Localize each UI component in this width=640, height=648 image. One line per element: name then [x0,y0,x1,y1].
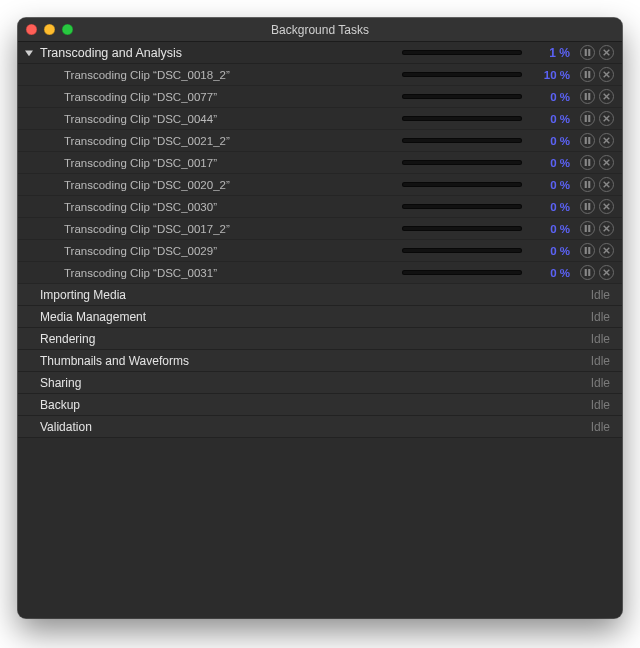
task-progress-percent: 0 % [532,223,570,235]
task-list: Transcoding and Analysis 1 % Transcoding… [18,42,622,618]
svg-rect-42 [588,269,590,276]
pause-button[interactable] [580,89,595,104]
category-status: Idle [591,288,614,302]
task-progress-percent: 0 % [532,179,570,191]
svg-rect-26 [588,181,590,188]
task-progress-percent: 0 % [532,267,570,279]
svg-rect-37 [585,247,587,254]
pause-button[interactable] [580,221,595,236]
svg-rect-41 [585,269,587,276]
close-icon[interactable] [26,24,37,35]
cancel-button[interactable] [599,67,614,82]
task-row: Transcoding Clip “DSC_0029”0 % [18,240,622,262]
titlebar: Background Tasks [18,18,622,42]
category-row[interactable]: Thumbnails and WaveformsIdle [18,350,622,372]
pause-button[interactable] [580,67,595,82]
task-label: Transcoding Clip “DSC_0021_2” [64,135,230,147]
task-progress-percent: 0 % [532,245,570,257]
svg-rect-22 [588,159,590,166]
pause-button[interactable] [580,45,595,60]
task-label: Transcoding Clip “DSC_0030” [64,201,217,213]
cancel-button[interactable] [599,199,614,214]
svg-rect-13 [585,115,587,122]
background-tasks-window: Background Tasks Transcoding and Analysi… [18,18,622,618]
cancel-button[interactable] [599,89,614,104]
task-progress-bar [402,94,522,99]
pause-button[interactable] [580,177,595,192]
category-label: Rendering [40,332,95,346]
task-progress-percent: 0 % [532,113,570,125]
cancel-button[interactable] [599,155,614,170]
task-label: Transcoding Clip “DSC_0018_2” [64,69,230,81]
window-controls [26,24,73,35]
task-progress-percent: 10 % [532,69,570,81]
category-progress-bar [402,50,522,55]
category-label: Importing Media [40,288,126,302]
svg-rect-25 [585,181,587,188]
task-row: Transcoding Clip “DSC_0031”0 % [18,262,622,284]
category-status: Idle [591,420,614,434]
category-status: Idle [591,398,614,412]
pause-button[interactable] [580,199,595,214]
svg-rect-30 [588,203,590,210]
task-progress-bar [402,116,522,121]
pause-button[interactable] [580,111,595,126]
svg-rect-29 [585,203,587,210]
task-progress-bar [402,182,522,187]
category-status: Idle [591,332,614,346]
task-progress-percent: 0 % [532,135,570,147]
task-progress-bar [402,226,522,231]
minimize-icon[interactable] [44,24,55,35]
task-progress-bar [402,160,522,165]
task-label: Transcoding Clip “DSC_0077” [64,91,217,103]
category-row[interactable]: Media ManagementIdle [18,306,622,328]
category-row[interactable]: SharingIdle [18,372,622,394]
disclosure-triangle-icon[interactable] [24,48,34,58]
cancel-button[interactable] [599,111,614,126]
svg-rect-2 [588,49,590,56]
task-label: Transcoding Clip “DSC_0017” [64,157,217,169]
category-label: Sharing [40,376,81,390]
svg-rect-17 [585,137,587,144]
cancel-button[interactable] [599,45,614,60]
cancel-button[interactable] [599,133,614,148]
category-row[interactable]: ValidationIdle [18,416,622,438]
task-progress-percent: 0 % [532,91,570,103]
svg-rect-10 [588,93,590,100]
svg-rect-5 [585,71,587,78]
category-status: Idle [591,354,614,368]
pause-button[interactable] [580,243,595,258]
svg-rect-21 [585,159,587,166]
task-row: Transcoding Clip “DSC_0044”0 % [18,108,622,130]
task-progress-bar [402,138,522,143]
svg-rect-1 [585,49,587,56]
task-progress-bar [402,204,522,209]
task-label: Transcoding Clip “DSC_0020_2” [64,179,230,191]
cancel-button[interactable] [599,243,614,258]
pause-button[interactable] [580,155,595,170]
category-label: Transcoding and Analysis [40,46,182,60]
category-label: Validation [40,420,92,434]
task-progress-percent: 0 % [532,201,570,213]
cancel-button[interactable] [599,177,614,192]
pause-button[interactable] [580,133,595,148]
category-row[interactable]: RenderingIdle [18,328,622,350]
svg-rect-6 [588,71,590,78]
svg-rect-18 [588,137,590,144]
category-row[interactable]: Importing MediaIdle [18,284,622,306]
cancel-button[interactable] [599,265,614,280]
task-label: Transcoding Clip “DSC_0029” [64,245,217,257]
task-progress-bar [402,72,522,77]
task-row: Transcoding Clip “DSC_0017_2”0 % [18,218,622,240]
svg-rect-33 [585,225,587,232]
task-row: Transcoding Clip “DSC_0018_2”10 % [18,64,622,86]
pause-button[interactable] [580,265,595,280]
svg-marker-0 [25,50,33,56]
task-progress-bar [402,248,522,253]
zoom-icon[interactable] [62,24,73,35]
task-label: Transcoding Clip “DSC_0031” [64,267,217,279]
cancel-button[interactable] [599,221,614,236]
task-progress-bar [402,270,522,275]
category-transcoding-and-analysis[interactable]: Transcoding and Analysis 1 % [18,42,622,64]
category-row[interactable]: BackupIdle [18,394,622,416]
